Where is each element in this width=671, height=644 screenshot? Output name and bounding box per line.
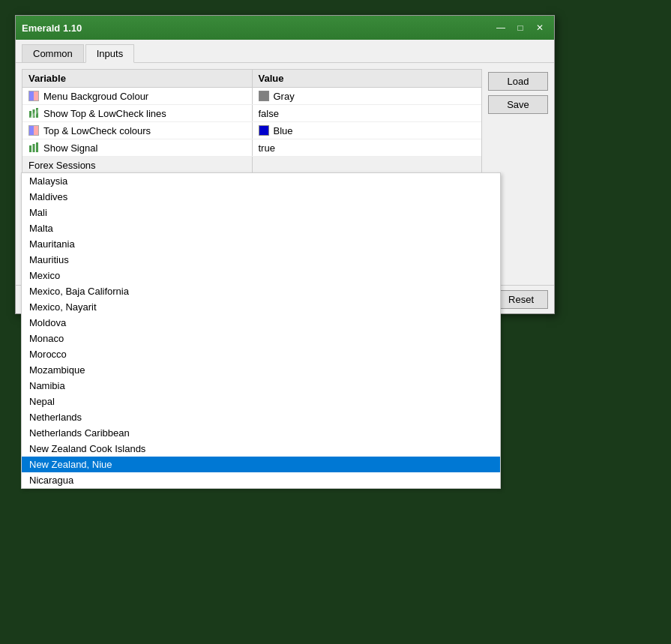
dropdown-item[interactable]: Netherlands bbox=[22, 409, 500, 425]
val-cell-show-top-low: false bbox=[253, 105, 482, 121]
table-row[interactable]: Show Signal true bbox=[22, 139, 481, 157]
dropdown-item[interactable]: Maldives bbox=[22, 189, 500, 205]
var-cell-show-signal: Show Signal bbox=[22, 139, 253, 156]
load-button[interactable]: Load bbox=[488, 72, 548, 91]
window-title: Emerald 1.10 bbox=[22, 22, 82, 34]
table-row[interactable]: Top & LowCheck colours Blue bbox=[22, 122, 481, 139]
title-bar-controls: — □ ✕ bbox=[493, 21, 548, 34]
dropdown-item[interactable]: New Zealand, Niue bbox=[22, 457, 500, 472]
dropdown-item[interactable]: Nepal bbox=[22, 394, 500, 409]
val-cell-top-low-colours: Blue bbox=[253, 122, 482, 139]
table-row[interactable]: Menu Backgroud Colour Gray bbox=[22, 88, 481, 105]
svg-rect-32 bbox=[36, 142, 38, 152]
signal-icon bbox=[28, 108, 39, 118]
val-cell-menu-bg: Gray bbox=[253, 88, 482, 104]
title-bar: Emerald 1.10 — □ ✕ bbox=[16, 16, 554, 40]
table-header: Variable Value bbox=[22, 70, 481, 88]
table-row-section: Forex Sessions bbox=[22, 157, 481, 174]
table-row[interactable]: Show Top & LowCheck lines false bbox=[22, 105, 481, 122]
dropdown-item[interactable]: Moldova bbox=[22, 315, 500, 331]
color-swatch-blue bbox=[259, 125, 269, 136]
dropdown-item[interactable]: Mexico bbox=[22, 268, 500, 283]
tab-common[interactable]: Common bbox=[22, 44, 84, 62]
grid-icon bbox=[28, 91, 39, 101]
dropdown-item[interactable]: Morocco bbox=[22, 346, 500, 362]
dropdown-item[interactable]: Nicaragua bbox=[22, 472, 500, 488]
dropdown-item[interactable]: Mali bbox=[22, 205, 500, 220]
save-button[interactable]: Save bbox=[488, 95, 548, 114]
dropdown-item[interactable]: Monaco bbox=[22, 331, 500, 346]
grid-icon bbox=[28, 125, 39, 136]
minimize-button[interactable]: — bbox=[493, 21, 509, 34]
close-button[interactable]: ✕ bbox=[532, 21, 548, 34]
dropdown-item[interactable]: New Zealand Cook Islands bbox=[22, 441, 500, 457]
svg-rect-31 bbox=[33, 144, 35, 152]
var-cell-forex-sessions: Forex Sessions bbox=[22, 157, 253, 173]
dropdown-item[interactable]: Malta bbox=[22, 220, 500, 236]
timezone-dropdown-list: MalaysiaMaldivesMaliMaltaMauritaniaMauri… bbox=[21, 172, 501, 489]
dropdown-item[interactable]: Mauritania bbox=[22, 236, 500, 252]
dropdown-item[interactable]: Netherlands Caribbean bbox=[22, 425, 500, 441]
tab-inputs[interactable]: Inputs bbox=[85, 44, 134, 63]
var-cell-menu-bg: Menu Backgroud Colour bbox=[22, 88, 253, 104]
dropdown-item[interactable]: Mexico, Nayarit bbox=[22, 299, 500, 315]
var-cell-show-top-low: Show Top & LowCheck lines bbox=[22, 105, 253, 121]
reset-button[interactable]: Reset bbox=[494, 290, 548, 309]
maximize-button[interactable]: □ bbox=[512, 21, 529, 34]
dropdown-item[interactable]: Mozambique bbox=[22, 362, 500, 378]
dropdown-list-inner[interactable]: MalaysiaMaldivesMaliMaltaMauritaniaMauri… bbox=[22, 173, 500, 488]
tabs-bar: Common Inputs bbox=[16, 40, 554, 63]
dropdown-item[interactable]: Malaysia bbox=[22, 173, 500, 189]
dropdown-item[interactable]: Mexico, Baja California bbox=[22, 283, 500, 299]
col-header-variable: Variable bbox=[22, 70, 253, 87]
col-header-value: Value bbox=[253, 70, 482, 87]
dropdown-item[interactable]: Namibia bbox=[22, 378, 500, 394]
svg-rect-30 bbox=[29, 145, 31, 152]
var-cell-top-low-colours: Top & LowCheck colours bbox=[22, 122, 253, 139]
val-cell-show-signal: true bbox=[253, 139, 482, 156]
dropdown-item[interactable]: Mauritius bbox=[22, 252, 500, 268]
signal-icon bbox=[28, 142, 39, 153]
val-cell-forex-sessions bbox=[253, 157, 482, 173]
color-swatch-gray bbox=[259, 91, 269, 101]
